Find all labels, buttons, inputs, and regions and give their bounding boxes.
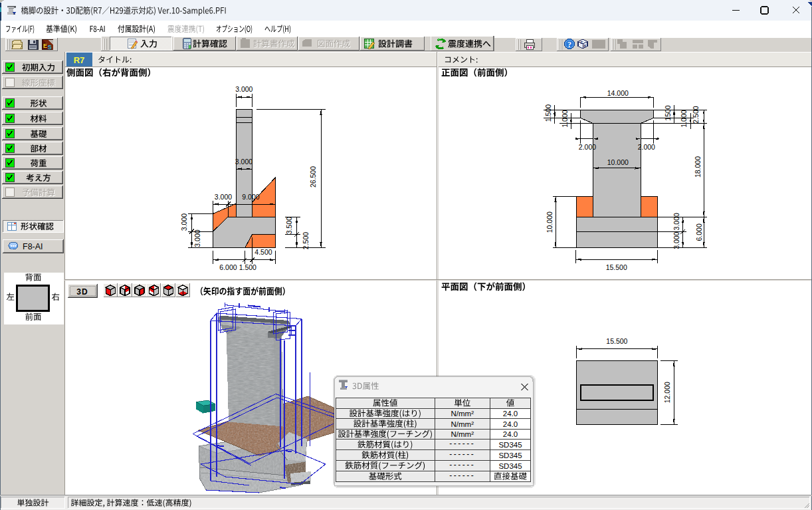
svg-text:10.000: 10.000 xyxy=(607,158,629,166)
svg-text:E: E xyxy=(43,43,47,49)
svg-text:------: ------ xyxy=(449,471,475,480)
svg-text:F: F xyxy=(581,41,583,45)
svg-text:SD345: SD345 xyxy=(498,462,522,470)
svg-text:14.000: 14.000 xyxy=(607,89,629,97)
svg-text:24.0: 24.0 xyxy=(503,420,518,428)
svg-text:1500: 1500 xyxy=(664,105,672,121)
svg-text:2.000: 2.000 xyxy=(638,143,655,151)
svg-text:26.500: 26.500 xyxy=(309,166,317,188)
svg-text:4.500: 4.500 xyxy=(254,248,272,256)
svg-text:N/mm²: N/mm² xyxy=(451,410,474,418)
svg-text:2.500: 2.500 xyxy=(692,106,700,123)
svg-text:2.500: 2.500 xyxy=(302,232,310,249)
svg-text:N/mm²: N/mm² xyxy=(451,420,474,428)
svg-text:1.000: 1.000 xyxy=(561,110,569,127)
svg-text:------: ------ xyxy=(449,460,475,469)
svg-text:N/mm²: N/mm² xyxy=(451,430,474,438)
svg-text:10.000: 10.000 xyxy=(546,211,554,233)
svg-text:S: S xyxy=(48,44,52,51)
svg-text:F8-AI: F8-AI xyxy=(23,242,43,251)
svg-text:6.000: 6.000 xyxy=(695,223,703,241)
svg-text:SD345: SD345 xyxy=(498,451,522,459)
svg-text:R7: R7 xyxy=(74,55,85,65)
svg-text:3.500: 3.500 xyxy=(285,217,293,234)
svg-text:------: ------ xyxy=(449,449,475,459)
svg-text:12.000: 12.000 xyxy=(663,382,671,403)
svg-text:15.500: 15.500 xyxy=(606,263,627,271)
svg-text:------: ------ xyxy=(449,439,475,448)
svg-text:2.000: 2.000 xyxy=(579,143,596,151)
svg-text:24.0: 24.0 xyxy=(503,430,518,438)
svg-text:18.000: 18.000 xyxy=(694,156,702,178)
svg-text:SD345: SD345 xyxy=(498,441,522,449)
svg-text:1.500: 1.500 xyxy=(544,104,552,122)
svg-text:3.000: 3.000 xyxy=(235,158,253,166)
svg-text:3D: 3D xyxy=(76,287,88,297)
svg-text:3.000: 3.000 xyxy=(235,85,253,93)
svg-text:3.000: 3.000 xyxy=(672,231,680,249)
svg-text:3.000: 3.000 xyxy=(180,213,188,231)
svg-text:9.000: 9.000 xyxy=(242,193,259,201)
svg-text:3.000: 3.000 xyxy=(672,213,680,230)
svg-text:15.500: 15.500 xyxy=(606,337,627,345)
svg-text:3.000: 3.000 xyxy=(215,193,232,201)
svg-text:?: ? xyxy=(567,40,571,49)
svg-text:6.000: 6.000 xyxy=(219,263,237,271)
svg-text:24.0: 24.0 xyxy=(503,410,518,418)
svg-text:1.000: 1.000 xyxy=(680,110,688,127)
svg-text:3.000: 3.000 xyxy=(193,229,201,247)
svg-text:1.500: 1.500 xyxy=(239,263,256,271)
